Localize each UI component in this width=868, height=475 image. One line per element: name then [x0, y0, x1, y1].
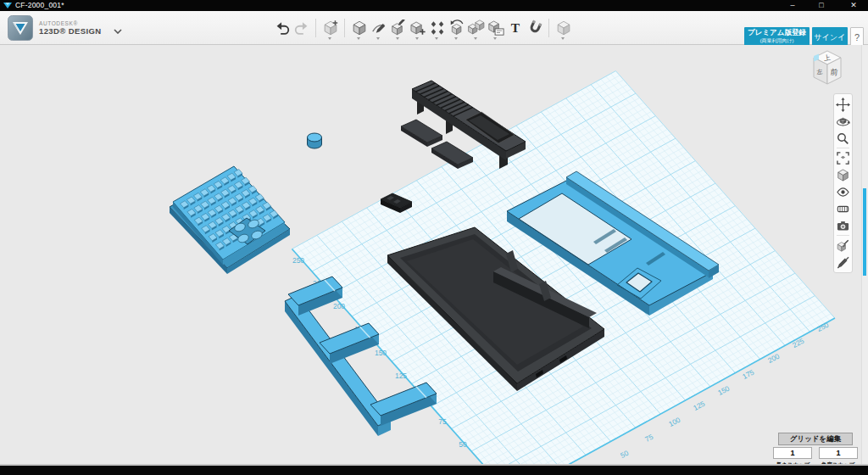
- dropdown-caret-icon: [454, 37, 458, 40]
- dropdown-caret-icon: [493, 37, 497, 40]
- svg-text:T: T: [510, 20, 520, 35]
- part-strip-2[interactable]: [431, 142, 473, 169]
- undo-button[interactable]: [272, 16, 292, 40]
- svg-text:75: 75: [438, 417, 447, 426]
- sketch-icon: [370, 20, 387, 36]
- app-menu[interactable]: AUTODESK® 123D® DESIGN: [8, 15, 122, 41]
- pattern-button[interactable]: [427, 16, 447, 40]
- svg-text:250: 250: [292, 256, 304, 265]
- primitives-icon: [351, 20, 368, 36]
- hide-icon: [836, 185, 850, 199]
- text-tool-button[interactable]: T: [505, 16, 525, 40]
- material-icon: [836, 238, 850, 253]
- pan-icon: [836, 98, 850, 112]
- kit-icon: [555, 20, 572, 36]
- sketch-visibility-button[interactable]: [835, 254, 851, 271]
- pattern-icon: [429, 20, 446, 36]
- length-snap-input[interactable]: [773, 447, 812, 459]
- sketch-button[interactable]: [369, 16, 388, 40]
- combine-icon: [468, 20, 485, 36]
- app-logo-icon: [3, 2, 12, 9]
- fit-view-icon: [836, 151, 850, 165]
- insert-icon: [322, 20, 339, 36]
- sketch-visibility-icon: [836, 255, 850, 270]
- group-icon: [448, 20, 465, 36]
- svg-text:左: 左: [816, 69, 823, 75]
- modify-icon: [409, 20, 426, 36]
- close-button[interactable]: ✕: [843, 0, 865, 11]
- grid-edit-panel: グリッドを編集 長さスナップ 角度スナップ: [773, 433, 858, 464]
- material-button[interactable]: [835, 237, 851, 254]
- window-title: CF-2000_001*: [15, 1, 64, 9]
- premium-label: プレミアム版登録: [744, 27, 810, 38]
- scene-canvas[interactable]: 250 225 200 175 150 125 100 75 50 250 22…: [0, 45, 868, 464]
- part-strip-1[interactable]: [401, 120, 442, 147]
- brand-product: 123D® DESIGN: [39, 26, 102, 36]
- dropdown-caret-icon: [415, 37, 419, 40]
- primitives-button[interactable]: [349, 16, 369, 40]
- dropdown-caret-icon: [328, 37, 331, 40]
- viewport-3d[interactable]: 250 225 200 175 150 125 100 75 50 250 22…: [0, 45, 868, 464]
- dropdown-caret-icon: [561, 37, 565, 40]
- grid-edit-button[interactable]: グリッドを編集: [778, 433, 853, 445]
- maximize-button[interactable]: □: [810, 0, 832, 11]
- main-toolbar: AUTODESK® 123D® DESIGN T プレミアム版登録 (商業利用向…: [0, 11, 868, 45]
- fit-view-button[interactable]: [835, 149, 851, 166]
- part-round-button[interactable]: [308, 133, 322, 148]
- shading-button[interactable]: [835, 166, 851, 183]
- autodesk-123d-logo-icon: [8, 15, 33, 41]
- zoom-button[interactable]: [835, 130, 851, 147]
- brand-menu-chevron-icon: [114, 29, 122, 34]
- toolbar-separator: [344, 19, 345, 37]
- minimize-button[interactable]: –: [782, 0, 804, 11]
- dropdown-caret-icon: [376, 37, 380, 40]
- svg-text:150: 150: [375, 349, 387, 357]
- pan-button[interactable]: [835, 96, 851, 113]
- premium-sublabel: (商業利用向け): [744, 38, 810, 43]
- view-cube[interactable]: 上 前 左: [809, 48, 846, 89]
- undo-icon: [274, 20, 291, 36]
- svg-text:125: 125: [395, 372, 407, 380]
- dropdown-caret-icon: [357, 37, 360, 40]
- show-all-button[interactable]: [835, 200, 851, 217]
- kit-button[interactable]: [554, 16, 573, 40]
- tool-strip: T: [272, 16, 573, 40]
- rail-separator: [837, 235, 849, 236]
- svg-text:175: 175: [741, 368, 755, 381]
- construct-button[interactable]: [388, 16, 408, 40]
- shading-icon: [836, 168, 850, 182]
- part-keyboard[interactable]: [170, 166, 290, 274]
- svg-text:50: 50: [459, 440, 467, 449]
- redo-icon: [293, 20, 310, 36]
- scrollbar-thumb[interactable]: [863, 188, 866, 276]
- svg-text:75: 75: [643, 433, 654, 444]
- construct-icon: [390, 20, 407, 36]
- screenshot-button[interactable]: [835, 217, 851, 234]
- svg-text:前: 前: [830, 67, 838, 76]
- orbit-button[interactable]: [835, 113, 851, 130]
- text-tool-icon: T: [507, 20, 524, 36]
- zoom-icon: [836, 131, 850, 146]
- brand-company: AUTODESK®: [39, 20, 102, 26]
- title-bar: CF-2000_001* – □ ✕: [0, 0, 868, 11]
- angle-snap-input[interactable]: [819, 447, 858, 459]
- modify-button[interactable]: [408, 16, 427, 40]
- combine-button[interactable]: [466, 16, 486, 40]
- svg-text:150: 150: [716, 384, 731, 397]
- hide-button[interactable]: [835, 183, 851, 200]
- toolbar-separator: [548, 19, 549, 37]
- dropdown-caret-icon: [474, 37, 477, 40]
- toolbar-separator: [315, 19, 316, 37]
- scrollbar-track[interactable]: [861, 45, 868, 464]
- svg-text:100: 100: [667, 416, 682, 428]
- group-button[interactable]: [447, 16, 466, 40]
- redo-button[interactable]: [292, 16, 311, 40]
- bottom-letterbox: [0, 464, 868, 475]
- insert-button[interactable]: [320, 16, 340, 40]
- snap-button[interactable]: [525, 16, 544, 40]
- measure-button[interactable]: [486, 16, 505, 40]
- dropdown-caret-icon: [396, 37, 399, 40]
- show-all-icon: [836, 202, 850, 216]
- snap-icon: [523, 17, 546, 40]
- svg-text:125: 125: [692, 400, 706, 412]
